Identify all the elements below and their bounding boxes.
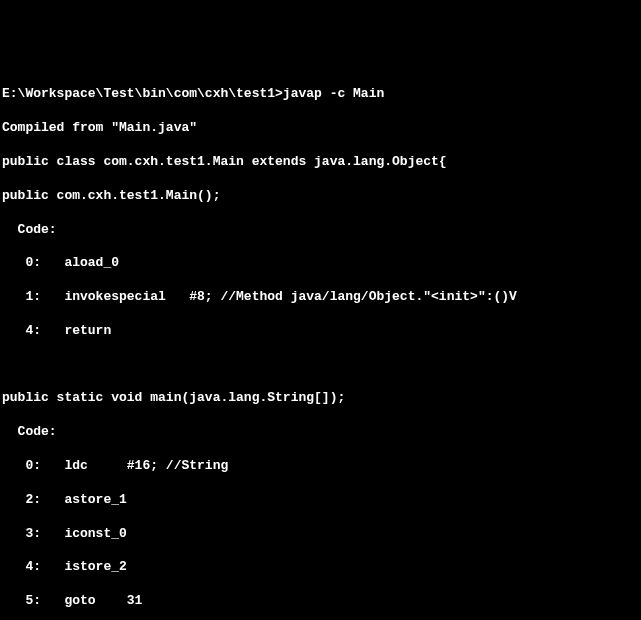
terminal-line: public com.cxh.test1.Main(); (2, 188, 639, 205)
terminal-line: 4: return (2, 323, 639, 340)
terminal-line: 1: invokespecial #8; //Method java/lang/… (2, 289, 639, 306)
terminal-line: E:\Workspace\Test\bin\com\cxh\test1>java… (2, 86, 639, 103)
terminal-line: public static void main(java.lang.String… (2, 390, 639, 407)
terminal-line: 3: iconst_0 (2, 526, 639, 543)
terminal-line: Code: (2, 222, 639, 239)
terminal-line: 0: ldc #16; //String (2, 458, 639, 475)
terminal-line: Code: (2, 424, 639, 441)
terminal-line: 0: aload_0 (2, 255, 639, 272)
terminal-line: 4: istore_2 (2, 559, 639, 576)
terminal-line: public class com.cxh.test1.Main extends … (2, 154, 639, 171)
terminal-line: 5: goto 31 (2, 593, 639, 610)
terminal-output: E:\Workspace\Test\bin\com\cxh\test1>java… (2, 70, 639, 620)
terminal-line: 2: astore_1 (2, 492, 639, 509)
terminal-line (2, 357, 639, 374)
terminal-line: Compiled from "Main.java" (2, 120, 639, 137)
